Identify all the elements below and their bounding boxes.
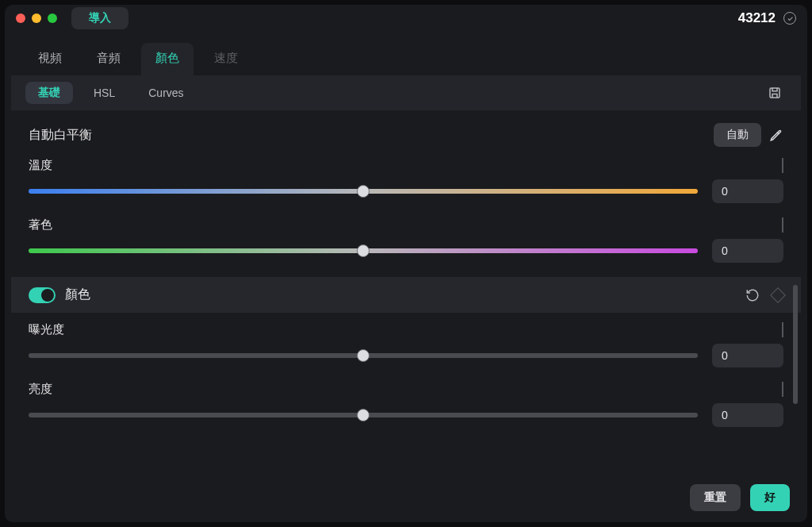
keyframe-diamond-icon[interactable] xyxy=(770,287,786,303)
reset-button[interactable]: 重置 xyxy=(690,484,741,511)
tab-audio[interactable]: 音頻 xyxy=(82,43,135,75)
reset-group-icon[interactable] xyxy=(745,288,760,302)
close-window-dot[interactable] xyxy=(16,13,25,23)
subtab-basic[interactable]: 基礎 xyxy=(25,82,73,104)
import-button[interactable]: 導入 xyxy=(71,7,128,29)
scrollbar[interactable] xyxy=(793,285,798,404)
exposure-label: 曝光度 xyxy=(29,322,64,337)
temperature-slider[interactable] xyxy=(29,189,698,194)
tint-value[interactable]: 0 xyxy=(712,239,783,263)
temperature-value[interactable]: 0 xyxy=(712,179,783,203)
color-toggle[interactable] xyxy=(29,287,56,303)
auto-white-balance-label: 自動白平衡 xyxy=(29,127,92,144)
auto-wb-button[interactable]: 自動 xyxy=(714,123,761,147)
project-id: 43212 xyxy=(738,10,776,26)
keyframe-diamond-icon[interactable] xyxy=(782,382,783,397)
status-check-icon xyxy=(783,12,796,25)
eyedropper-icon[interactable] xyxy=(769,128,783,142)
color-group-label: 顏色 xyxy=(65,287,90,303)
keyframe-diamond-icon[interactable] xyxy=(782,158,783,173)
exposure-value[interactable]: 0 xyxy=(712,344,783,367)
ok-button[interactable]: 好 xyxy=(750,484,790,511)
brightness-thumb[interactable] xyxy=(357,409,370,421)
exposure-thumb[interactable] xyxy=(357,349,370,362)
temperature-thumb[interactable] xyxy=(357,185,370,198)
keyframe-diamond-icon[interactable] xyxy=(782,322,783,337)
maximize-window-dot[interactable] xyxy=(48,13,57,23)
save-preset-icon[interactable] xyxy=(763,83,787,103)
exposure-slider[interactable] xyxy=(29,353,698,358)
tab-speed[interactable]: 速度 xyxy=(200,43,252,75)
tint-label: 著色 xyxy=(29,217,52,233)
window-traffic-lights[interactable] xyxy=(16,13,57,23)
tab-video[interactable]: 視頻 xyxy=(24,43,76,75)
subtab-curves[interactable]: Curves xyxy=(136,83,196,103)
temperature-label: 溫度 xyxy=(29,158,52,173)
tint-thumb[interactable] xyxy=(357,244,370,257)
tab-color[interactable]: 顏色 xyxy=(141,43,193,75)
tint-slider[interactable] xyxy=(29,248,698,253)
minimize-window-dot[interactable] xyxy=(32,13,41,23)
svg-rect-0 xyxy=(770,88,779,98)
brightness-label: 亮度 xyxy=(29,382,52,397)
subtab-hsl[interactable]: HSL xyxy=(81,83,128,103)
keyframe-diamond-icon[interactable] xyxy=(782,217,783,233)
brightness-value[interactable]: 0 xyxy=(712,403,783,427)
brightness-slider[interactable] xyxy=(29,413,698,417)
